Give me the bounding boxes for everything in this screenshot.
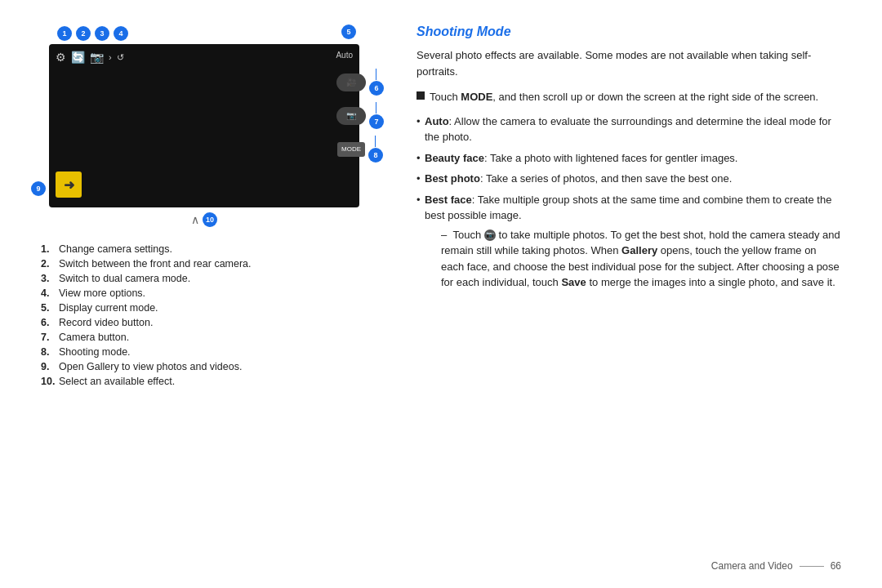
gallery-bold: Gallery [621,244,657,256]
list-item: 1. Change camera settings. [41,243,368,255]
camera-mode-icon: 📷 [90,51,104,64]
section-title: Shooting Mode [416,24,841,39]
connector-6 [376,69,376,80]
left-panel: 1 2 3 4 5 ⚙ 🔄 📷 › ↺ Auto ➜ [0,0,392,588]
bullet-beauty-face: Beauty face: Take a photo with lightened… [416,150,841,167]
switch-camera-icon: 🔄 [71,51,85,64]
item-num: 1. [41,243,56,255]
callout-3: 3 [95,26,109,41]
callout-8: 8 [368,148,383,163]
callout-1: 1 [57,26,72,41]
item-text: Record video button. [59,317,153,328]
item-text: Select an available effect. [59,376,175,387]
settings-icon2: ↺ [117,52,124,63]
bullet-bold-bestface: Best face [425,194,472,206]
camera-small-icon: 📷 [484,229,496,241]
item-num: 6. [41,317,56,328]
camera-right-buttons: 🎥 6 📷 7 [336,69,384,163]
item-num: 2. [41,258,56,270]
footer-label: Camera and Video [711,560,793,572]
auto-label: Auto [336,51,353,60]
list-item: 9. Open Gallery to view photos and video… [41,361,368,372]
footer-divider [800,566,824,567]
item-num: 7. [41,332,56,343]
camera-icon: 📷 [346,111,356,120]
callout-9-area: 9 [31,181,46,196]
item-num: 8. [41,346,56,358]
bullet-bold-bestphoto: Best photo [425,172,480,185]
callout-5: 5 [341,24,356,39]
mode-label: MODE [341,145,361,153]
up-arrow-icon: ∧ [191,213,199,226]
callout-2: 2 [76,26,91,41]
touch-mode-text: Touch MODE, and then scroll up or down t… [430,89,818,105]
callout-7: 7 [369,114,384,129]
item-num: 9. [41,361,56,372]
item-num: 3. [41,273,56,284]
list-item: 6. Record video button. [41,317,368,328]
bullet-auto: Auto: Allow the camera to evaluate the s… [416,114,841,145]
footer-page: 66 [831,560,841,572]
callout-10: 10 [203,212,217,227]
gallery-thumb: ➜ [56,172,82,198]
bullet-best-face: Best face: Take multiple group shots at … [416,192,841,291]
item-text: View more options. [59,287,145,299]
item-text: Shooting mode. [59,346,131,358]
list-item: 4. View more options. [41,287,368,299]
bullet-bold-auto: Auto [425,115,449,127]
list-item: 8. Shooting mode. [41,346,368,358]
list-item: 5. Display current mode. [41,302,368,314]
item-text: Camera button. [59,332,129,343]
callout-9: 9 [31,181,46,196]
list-item: 7. Camera button. [41,332,368,343]
touch-mode-line: Touch MODE, and then scroll up or down t… [416,89,841,105]
item-text: Switch to dual camera mode. [59,273,190,284]
callout-6: 6 [369,81,384,96]
camera-container: 1 2 3 4 5 ⚙ 🔄 📷 › ↺ Auto ➜ [49,24,359,227]
list-item: 3. Switch to dual camera mode. [41,273,368,284]
item-num: 10. [41,376,56,387]
sub-bullet-text: Touch 📷 to take multiple photos. To get … [425,227,841,291]
gallery-arrow-icon: ➜ [64,177,74,193]
callout-4: 4 [114,26,128,41]
numbered-list: 1. Change camera settings. 2. Switch bet… [41,243,368,390]
list-item: 10. Select an available effect. [41,376,368,387]
right-panel: Shooting Mode Several photo effects are … [392,0,882,588]
bullet-list: Auto: Allow the camera to evaluate the s… [416,114,841,296]
camera-screen: ⚙ 🔄 📷 › ↺ Auto ➜ 9 🎥 [49,44,359,207]
video-record-btn[interactable]: 🎥 [336,74,366,91]
square-bullet-icon [416,91,425,100]
settings-icon: ⚙ [56,51,66,64]
save-bold: Save [561,276,586,288]
bullet-bold-beauty: Beauty face [425,152,484,164]
arrow-icon: › [109,52,112,62]
item-text: Switch between the front and rear camera… [59,258,252,270]
bottom-callout-row: ∧ 10 [49,212,359,227]
camera-toolbar: ⚙ 🔄 📷 › ↺ [56,51,124,64]
mode-btn-row: MODE 8 [337,136,383,163]
item-text: Open Gallery to view photos and videos. [59,361,242,372]
camera-btn-row: 📷 7 [336,102,384,129]
item-num: 4. [41,287,56,299]
intro-text: Several photo effects are available. Som… [416,47,841,79]
connector-8 [375,136,376,147]
item-text: Change camera settings. [59,243,172,255]
mode-btn[interactable]: MODE [337,142,365,157]
item-num: 5. [41,302,56,314]
mode-bold: MODE [461,91,492,103]
top-callouts-row: 1 2 3 4 5 [49,24,359,42]
bullet-best-photo: Best photo: Take a series of photos, and… [416,171,841,187]
item-text: Display current mode. [59,302,158,314]
list-item: 2. Switch between the front and rear cam… [41,258,368,270]
top-callouts-left: 1 2 3 4 [49,26,128,41]
video-icon: 🎥 [346,78,356,87]
camera-shutter-btn[interactable]: 📷 [336,107,366,125]
video-btn-row: 🎥 6 [336,69,384,96]
connector-7 [376,102,376,114]
footer: Camera and Video 66 [416,552,841,572]
